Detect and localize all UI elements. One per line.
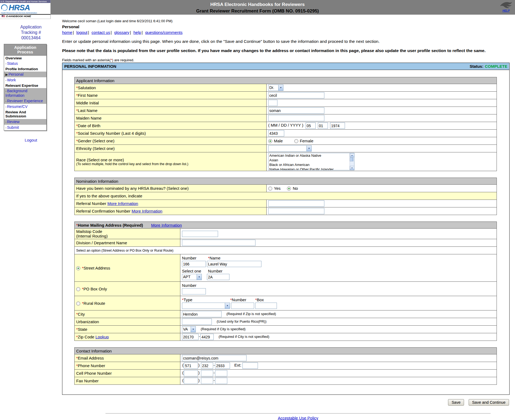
rural-box-input[interactable]	[255, 303, 277, 309]
sidebar-item-status[interactable]: -Status	[4, 61, 46, 66]
division-input[interactable]	[182, 240, 255, 246]
ethnicity-select[interactable]: ▼	[268, 145, 312, 152]
nav-contact-us-link[interactable]: contact us	[92, 30, 110, 35]
unit-number-input[interactable]	[207, 274, 229, 280]
maiden-name-input[interactable]	[268, 115, 324, 121]
confirmation-more-information-link[interactable]: More Information	[132, 209, 162, 213]
race-multiselect[interactable]: American Indian or Alaska Native Asian B…	[268, 153, 354, 170]
scroll-up-icon[interactable]: ▲	[350, 153, 354, 157]
contact-information-title: Contact Information	[76, 349, 112, 353]
dob-year-input[interactable]	[330, 123, 345, 129]
hrsa-logo[interactable]: HRSA	[0, 3, 50, 12]
nav-glossary-link[interactable]: glossary	[114, 30, 129, 35]
dropdown-arrow-icon[interactable]: ▼	[191, 326, 196, 332]
page-footer: Acceptable Use Policy	[105, 413, 491, 420]
sidebar-item-personal[interactable]: ▶Personal	[4, 72, 46, 77]
phone-prefix-input[interactable]	[201, 363, 213, 369]
fax-line-input[interactable]	[215, 378, 227, 384]
zip4-input[interactable]	[200, 334, 214, 340]
gender-female-radio[interactable]	[294, 139, 298, 143]
po-box-number-input[interactable]	[182, 288, 206, 294]
referral-more-information-link[interactable]: More Information	[107, 201, 138, 206]
nav-questions-comments-link[interactable]: questions/comments	[145, 30, 183, 35]
nominated-yes-radio[interactable]	[268, 187, 272, 191]
sidebar-item-submit[interactable]: -Submit	[4, 125, 46, 130]
dropdown-arrow-icon[interactable]: ▼	[306, 146, 311, 151]
city-input[interactable]	[182, 311, 222, 317]
sidebar-item-background-information-link[interactable]: Background Information	[5, 89, 27, 98]
street-number-input[interactable]	[182, 261, 206, 267]
ssn-input[interactable]	[268, 130, 284, 136]
phone-line-input[interactable]	[215, 363, 230, 369]
sidebar-item-background-information[interactable]: -Background Information	[4, 88, 46, 98]
race-option[interactable]: Black or African American	[269, 163, 349, 167]
street-address-radio[interactable]	[76, 266, 80, 270]
po-box-radio[interactable]	[76, 287, 80, 291]
phone-ext-input[interactable]	[242, 363, 258, 369]
unit-type-select[interactable]: APT▼	[182, 274, 202, 280]
salutation-select[interactable]: Dr.▼	[268, 85, 283, 91]
zip5-input[interactable]	[182, 334, 199, 340]
section-bar-title: PERSONAL INFORMATION	[64, 64, 116, 69]
cell-line-input[interactable]	[215, 370, 227, 376]
dob-day-input[interactable]	[318, 123, 328, 129]
gender-male-radio[interactable]	[268, 139, 272, 143]
middle-initial-input[interactable]	[268, 100, 277, 106]
zip-lookup-link[interactable]: Lookup	[95, 335, 109, 339]
save-and-continue-button[interactable]: Save and Continue	[469, 399, 509, 406]
fax-prefix-input[interactable]	[201, 378, 213, 384]
sidebar-item-work[interactable]: -Work	[4, 77, 46, 83]
race-scrollbar[interactable]: ▲ ▼	[350, 153, 354, 170]
rural-number-input[interactable]	[231, 303, 254, 309]
race-option[interactable]: Asian	[269, 158, 349, 163]
sidebar-item-reviewer-experience-link[interactable]: Reviewer Experience	[7, 99, 43, 103]
dropdown-arrow-icon[interactable]: ▼	[225, 303, 230, 309]
race-option[interactable]: Native Hawaiian or Other Pacific Islande…	[269, 167, 349, 170]
acceptable-use-policy-link[interactable]: Acceptable Use Policy	[278, 416, 318, 420]
rural-route-radio[interactable]	[76, 302, 80, 306]
date-of-birth-row: *Date of Birth ( MM / DD / YYYY )	[75, 122, 497, 130]
referral-confirmation-label: Referral Confirmation Number More Inform…	[75, 207, 267, 215]
mailstop-code-input[interactable]	[182, 231, 218, 237]
sidebar-item-personal-link[interactable]: Personal	[8, 72, 23, 76]
sidebar-item-resume-cv[interactable]: -Resume/CV	[4, 104, 46, 110]
dob-month-input[interactable]	[306, 123, 316, 129]
nominated-no-radio[interactable]	[287, 187, 291, 191]
logout-link[interactable]: Logout	[0, 138, 62, 142]
cell-area-input[interactable]	[184, 370, 198, 376]
ehandbook-home-link[interactable]: E-HANDBOOK HOME	[0, 14, 50, 18]
nav-home-link[interactable]: home	[62, 30, 72, 35]
cell-prefix-input[interactable]	[201, 370, 213, 376]
last-name-input[interactable]	[268, 107, 324, 114]
dropdown-arrow-icon[interactable]: ▼	[278, 85, 283, 91]
sidebar-item-work-link[interactable]: Work	[7, 78, 16, 82]
urbanization-input[interactable]	[182, 319, 212, 325]
rural-box-label-text: Box	[257, 297, 264, 302]
nav-logout-link[interactable]: logout	[76, 30, 88, 35]
sidebar-item-status-link[interactable]: Status	[7, 61, 18, 66]
sidebar-item-review[interactable]: -Review	[4, 119, 46, 125]
sidebar-item-reviewer-experience[interactable]: -Reviewer Experience	[4, 98, 46, 104]
nav-help-link[interactable]: help	[133, 30, 141, 35]
rural-type-select[interactable]: ▼	[182, 303, 230, 309]
save-button[interactable]: Save	[448, 399, 464, 406]
address-more-information-link[interactable]: More Information	[151, 223, 182, 227]
first-name-input[interactable]	[268, 92, 324, 98]
race-option[interactable]: American Indian or Alaska Native	[269, 153, 349, 158]
sidebar-item-submit-link[interactable]: Submit	[7, 125, 19, 130]
scroll-down-icon[interactable]: ▼	[350, 166, 354, 170]
referral-number-input[interactable]	[268, 200, 324, 207]
state-select[interactable]: VA▼	[182, 326, 196, 332]
email-input[interactable]	[182, 355, 247, 361]
sidebar-item-resume-cv-link[interactable]: Resume/CV	[7, 104, 27, 109]
maiden-name-value-cell	[267, 114, 497, 122]
street-name-input[interactable]	[207, 261, 261, 267]
rural-type-label-text: Type	[184, 297, 193, 302]
scrollbar-thumb[interactable]	[350, 158, 353, 161]
sidebar-item-review-link[interactable]: Review	[7, 120, 20, 124]
nav-separator: |	[111, 30, 112, 35]
referral-confirmation-input[interactable]	[268, 208, 324, 214]
dropdown-arrow-icon[interactable]: ▼	[197, 274, 201, 280]
phone-area-input[interactable]	[184, 363, 198, 369]
fax-area-input[interactable]	[184, 378, 198, 384]
